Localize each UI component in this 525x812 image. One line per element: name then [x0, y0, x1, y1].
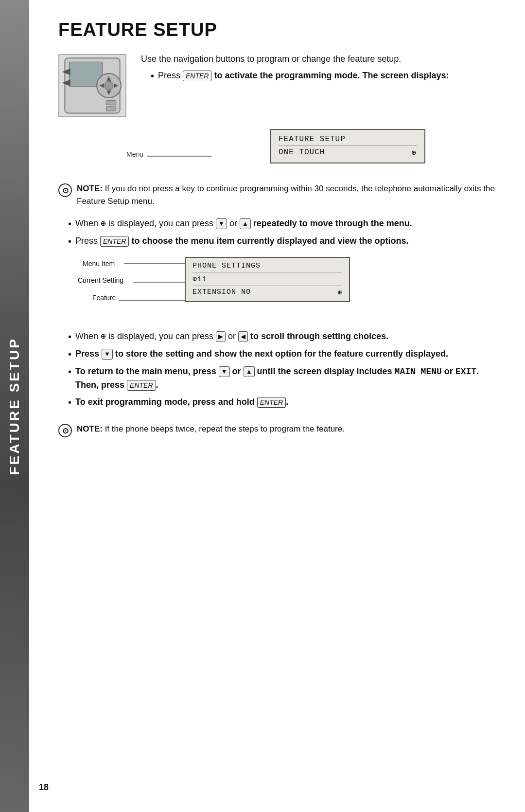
- lcd2-hash: ⊕: [337, 288, 342, 297]
- nav-down-btn-2[interactable]: ▼: [102, 349, 113, 360]
- bullet-3-text: Press ENTER to choose the menu item curr…: [75, 235, 409, 248]
- nav-down-btn-3[interactable]: ▼: [219, 366, 230, 377]
- bullet-2-or: or: [227, 218, 240, 228]
- bullet-2-hash: ⊕: [101, 219, 106, 229]
- intro-text-block: Use the navigation buttons to program or…: [141, 54, 496, 117]
- bullet-7-text: To exit programming mode, press and hold…: [75, 396, 288, 409]
- nav-up-btn-2[interactable]: ▲: [244, 366, 255, 377]
- bullet-4-hash: ⊕: [101, 332, 106, 342]
- lcd1-line1: FEATURE SETUP: [279, 135, 417, 144]
- bullet-dot-5: •: [68, 347, 71, 361]
- bullet-3: • Press ENTER to choose the menu item cu…: [68, 235, 496, 248]
- note-content-1: If you do not press a key to continue pr…: [77, 184, 495, 206]
- bullet-2: • When ⊕ is displayed, you can press ▼ o…: [68, 217, 496, 231]
- bullet-dot-4: •: [68, 330, 71, 343]
- bullet-3-after: to choose the menu item currently displa…: [129, 236, 408, 246]
- bullet-2-text: When ⊕ is displayed, you can press ▼ or …: [75, 217, 412, 231]
- bullet-2-rest: is displayed, you can press: [106, 218, 216, 228]
- svg-rect-8: [106, 101, 116, 105]
- lcd2-line2: ⊕11: [192, 274, 342, 284]
- note-icon-1: ⊙: [58, 183, 72, 197]
- note-label-2: NOTE:: [77, 424, 103, 433]
- enter-key-4: ENTER: [257, 397, 286, 408]
- bullet-6-or2: or: [442, 366, 455, 376]
- sidebar: FEATURE SETUP: [0, 0, 29, 812]
- note-text-1: NOTE: If you do not press a key to conti…: [77, 182, 496, 207]
- bullet-6-until: until the screen display includes: [255, 366, 395, 376]
- sidebar-label: FEATURE SETUP: [7, 337, 22, 475]
- bullet-4-text: When ⊕ is displayed, you can press ▶ or …: [75, 330, 388, 343]
- bullet-7: • To exit programming mode, press and ho…: [68, 396, 496, 409]
- note-text-2: NOTE: If the phone beeps twice, repeat t…: [77, 423, 345, 435]
- lcd-display-2-container: Menu Item Current Setting Feature PHONE …: [78, 257, 496, 320]
- enter-key-2: ENTER: [100, 236, 129, 247]
- phone-sketch-svg: [59, 55, 125, 116]
- bullet-1: • Press ENTER to activate the programmin…: [151, 69, 496, 83]
- bullet-2-end: repeatedly to move through the menu.: [251, 218, 412, 228]
- bullet-1-after: to activate the programming mode. The sc…: [211, 71, 449, 80]
- lcd2-ext: EXTENSION NO: [192, 288, 251, 296]
- bullet-7-exit: To exit programming mode, press and hold: [75, 397, 257, 407]
- bullet-6-period: .: [156, 380, 158, 390]
- main-content: FEATURE SETUP: [29, 0, 525, 476]
- bullet-7-after: .: [286, 397, 288, 407]
- lcd2-connectors-svg: [78, 257, 194, 320]
- svg-point-3: [105, 81, 113, 90]
- lcd1-box: FEATURE SETUP ONE TOUCH ⊕: [270, 129, 425, 163]
- bullet-5-press: Press: [75, 349, 102, 359]
- bullet-6-text: To return to the main menu, press ▼ or ▲…: [75, 365, 496, 392]
- bullet-1-text: Press ENTER to activate the programming …: [158, 69, 449, 82]
- bullet-6-exit: EXIT: [455, 367, 476, 377]
- bullet-4-when: When: [75, 331, 101, 341]
- lcd2-line1: PHONE SETTINGS: [192, 262, 342, 270]
- nav-left-btn[interactable]: ◀: [238, 331, 248, 342]
- bullet-4-end: to scroll through setting choices.: [248, 331, 388, 341]
- bullet-dot-7: •: [68, 396, 71, 409]
- lcd1-line2: ONE TOUCH ⊕: [279, 148, 417, 157]
- note-circle-symbol-2: ⊙: [62, 426, 69, 435]
- bullet-4-rest: is displayed, you can press: [106, 331, 216, 341]
- bullet-5: • Press ▼ to store the setting and show …: [68, 347, 496, 361]
- page-title: FEATURE SETUP: [58, 19, 496, 40]
- note-icon-2: ⊙: [58, 424, 72, 437]
- nav-down-btn-1[interactable]: ▼: [216, 218, 227, 229]
- bullet-5-after: to store the setting and show the next o…: [113, 349, 448, 359]
- bullet-5-text: Press ▼ to store the setting and show th…: [75, 347, 448, 361]
- bullet-6-or: or: [230, 366, 244, 376]
- bullet-4: • When ⊕ is displayed, you can press ▶ o…: [68, 330, 496, 343]
- intro-text: Use the navigation buttons to program or…: [141, 54, 496, 64]
- nav-right-btn[interactable]: ▶: [216, 331, 226, 342]
- lcd-display-1-container: Menu FEATURE SETUP ONE TOUCH ⊕: [88, 129, 496, 173]
- enter-key-1: ENTER: [183, 71, 211, 81]
- bullet-dot-6: •: [68, 365, 71, 379]
- bullet-6-mainmenu: MAIN MENU: [395, 367, 442, 377]
- enter-key-3: ENTER: [127, 380, 156, 391]
- note-label-1: NOTE:: [77, 184, 103, 193]
- bullet-4-or: or: [226, 331, 238, 341]
- intro-section: Use the navigation buttons to program or…: [58, 54, 496, 117]
- lcd1-hash: ⊕: [411, 148, 417, 158]
- svg-rect-9: [106, 107, 116, 111]
- note-block-2: ⊙ NOTE: If the phone beeps twice, repeat…: [58, 423, 496, 437]
- lcd2-line3: EXTENSION NO ⊕: [192, 288, 342, 296]
- bullet-dot-3: •: [68, 235, 71, 248]
- note-block-1: ⊙ NOTE: If you do not press a key to con…: [58, 182, 496, 207]
- note-circle-symbol-1: ⊙: [62, 186, 69, 195]
- note-content-2: If the phone beeps twice, repeat the ste…: [105, 424, 345, 433]
- bullet-3-press: Press: [75, 236, 100, 246]
- page-number: 18: [39, 782, 49, 793]
- bullet-dot-2: •: [68, 217, 71, 231]
- bullet-6: • To return to the main menu, press ▼ or…: [68, 365, 496, 392]
- bullet-dot-1: •: [151, 69, 154, 83]
- lcd2-box: PHONE SETTINGS ⊕11 EXTENSION NO ⊕: [185, 257, 350, 302]
- bullet-6-return: To return to the main menu, press: [75, 366, 219, 376]
- bullet-1-press: Press: [158, 71, 183, 80]
- bullet-2-when: When: [75, 218, 101, 228]
- nav-up-btn-1[interactable]: ▲: [240, 218, 251, 229]
- lcd2-current-val: ⊕11: [192, 275, 207, 284]
- phone-image: [58, 54, 126, 117]
- lcd1-onetouct: ONE TOUCH: [279, 148, 325, 157]
